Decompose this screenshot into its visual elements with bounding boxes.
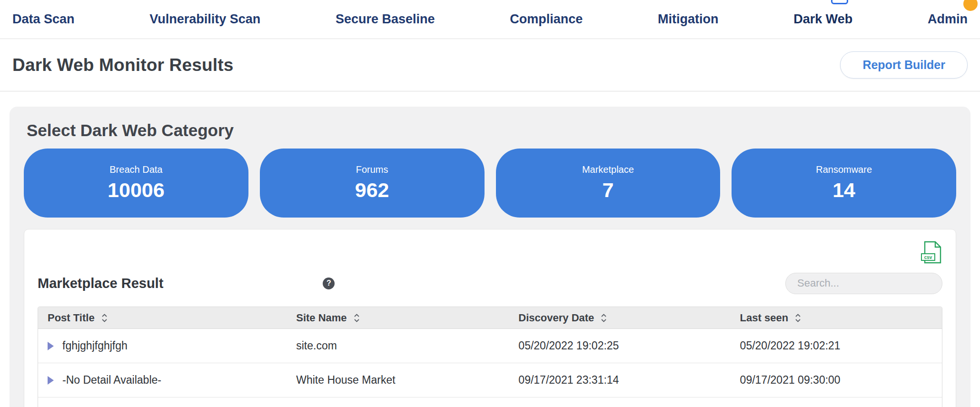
cell-site-name: White House Market [287, 374, 509, 387]
category-card-marketplace[interactable]: Marketplace 7 [496, 149, 721, 218]
top-navigation: Data Scan Vulnerability Scan Secure Base… [0, 0, 980, 39]
category-section-heading: Select Dark Web Category [27, 121, 956, 140]
help-icon[interactable]: ? [323, 278, 335, 289]
csv-export-icon[interactable]: csv [921, 241, 942, 264]
page-title: Dark Web Monitor Results [12, 55, 234, 75]
nav-item-data-scan[interactable]: Data Scan [12, 12, 75, 27]
results-table: Post Title Site Name Discovery Date Last… [38, 307, 942, 407]
card-count: 14 [832, 179, 855, 202]
sort-arrows-icon[interactable] [795, 313, 801, 323]
expand-row-icon[interactable] [48, 342, 54, 350]
sort-arrows-icon[interactable] [101, 313, 108, 323]
post-title-text: -No Detail Available- [62, 374, 161, 387]
category-card-forums[interactable]: Forums 962 [260, 149, 485, 218]
cell-discovery-date: 05/20/2022 19:02:25 [509, 339, 730, 352]
svg-text:csv: csv [924, 255, 932, 260]
column-header-site-name[interactable]: Site Name [287, 312, 509, 324]
nav-item-compliance[interactable]: Compliance [510, 12, 583, 27]
search-input[interactable] [785, 273, 942, 294]
notification-icon[interactable] [831, 0, 848, 4]
cell-post-title: -No Detail Available- [38, 374, 287, 387]
column-header-discovery-date[interactable]: Discovery Date [509, 312, 730, 324]
column-label: Site Name [296, 312, 346, 324]
dark-web-panel: Select Dark Web Category Breach Data 100… [10, 107, 970, 407]
results-title: Marketplace Result [38, 276, 163, 291]
table-row-partial [38, 397, 942, 407]
report-builder-button[interactable]: Report Builder [840, 51, 968, 79]
table-row: -No Detail Available- White House Market… [38, 363, 942, 397]
nav-item-secure-baseline[interactable]: Secure Baseline [336, 12, 435, 27]
card-label: Breach Data [109, 164, 162, 175]
column-header-post-title[interactable]: Post Title [38, 312, 287, 324]
category-cards: Breach Data 10006 Forums 962 Marketplace… [24, 149, 956, 218]
nav-item-mitigation[interactable]: Mitigation [658, 12, 718, 27]
cell-last-seen: 05/20/2022 19:02:21 [731, 339, 942, 352]
nav-item-dark-web[interactable]: Dark Web [793, 12, 852, 27]
cell-discovery-date: 09/17/2021 23:31:14 [509, 374, 730, 387]
card-label: Forums [356, 164, 388, 175]
table-row: fghjghjfghjfgh site.com 05/20/2022 19:02… [38, 329, 942, 363]
card-count: 7 [602, 179, 614, 202]
results-header: Marketplace Result ? [38, 272, 942, 294]
expand-row-icon[interactable] [48, 376, 54, 385]
card-count: 962 [355, 179, 389, 202]
post-title-text: fghjghjfghjfgh [62, 339, 128, 352]
category-card-breach-data[interactable]: Breach Data 10006 [24, 149, 248, 218]
cell-site-name: site.com [287, 339, 509, 352]
page-header: Dark Web Monitor Results Report Builder [0, 39, 980, 91]
cell-post-title: fghjghjfghjfgh [38, 339, 287, 352]
nav-item-admin[interactable]: Admin [928, 12, 968, 27]
sort-arrows-icon[interactable] [601, 313, 607, 323]
table-header-row: Post Title Site Name Discovery Date Last… [38, 307, 942, 329]
column-label: Discovery Date [518, 312, 594, 324]
nav-item-vulnerability-scan[interactable]: Vulnerability Scan [149, 12, 260, 27]
sort-arrows-icon[interactable] [354, 313, 360, 323]
column-label: Post Title [48, 312, 95, 324]
cell-last-seen: 09/17/2021 09:30:00 [731, 374, 942, 387]
marketplace-results-card: csv Marketplace Result ? Post Title Site… [24, 229, 956, 407]
card-label: Marketplace [582, 164, 634, 175]
card-label: Ransomware [816, 164, 872, 175]
card-count: 10006 [108, 179, 165, 202]
category-card-ransomware[interactable]: Ransomware 14 [732, 149, 956, 218]
column-header-last-seen[interactable]: Last seen [731, 312, 942, 324]
column-label: Last seen [740, 312, 789, 324]
